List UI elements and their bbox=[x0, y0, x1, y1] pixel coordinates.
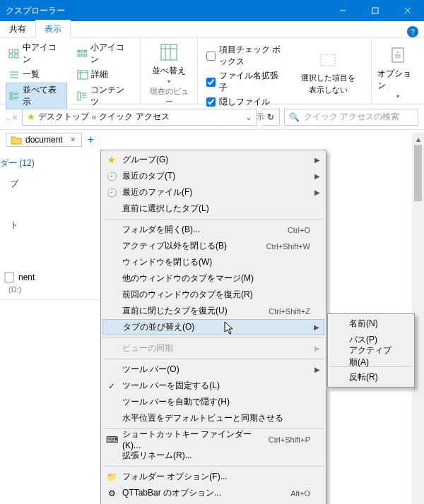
keyboard-icon: ⌨ bbox=[106, 435, 117, 445]
checkbox-file-ext[interactable] bbox=[206, 78, 216, 87]
checkbox-hidden[interactable] bbox=[206, 97, 216, 107]
submenu-arrow-icon: ▶ bbox=[314, 344, 320, 352]
svg-rect-20 bbox=[10, 92, 13, 95]
submenu-name[interactable]: 名前(N) bbox=[329, 316, 413, 332]
submenu-arrow-icon: ▶ bbox=[314, 323, 319, 331]
file-icon bbox=[4, 272, 14, 283]
left-column: ダー (12) プ ト nent (D:) bbox=[0, 155, 99, 306]
menu-close-window[interactable]: ウィンドウを閉じる(W) bbox=[102, 254, 324, 270]
svg-rect-4 bbox=[9, 49, 13, 53]
minimize-button[interactable] bbox=[326, 0, 359, 21]
group-current-view: 並べ替え ▾ 現在のビュー bbox=[141, 38, 198, 104]
menu-recent-files[interactable]: 🕘最近のファイル(F)▶ bbox=[102, 184, 324, 200]
check-file-ext[interactable]: ファイル名拡張子 bbox=[206, 70, 281, 94]
menu-reorder-tabs[interactable]: タブの並び替え(O)▶ bbox=[102, 319, 324, 335]
layout-details[interactable]: 詳細 bbox=[74, 68, 134, 81]
menu-shortcut-finder[interactable]: ⌨ショートカットキー ファインダー(K)...Ctrl+Shift+P bbox=[102, 431, 324, 448]
layout-medium-icons[interactable]: 中アイコン bbox=[6, 41, 67, 66]
menu-view-sync: ビューの同期▶ bbox=[102, 340, 324, 356]
address-row: .. « ★ デスクトップ « クイック アクセス ⌄ ↻ 🔍 クイック アクセ… bbox=[0, 104, 424, 130]
menu-separator bbox=[103, 359, 324, 359]
menu-group[interactable]: ★グループ(G)▶ bbox=[102, 152, 324, 168]
menu-restore-prev[interactable]: 前回のウィンドウのタブを復元(R) bbox=[102, 287, 324, 303]
options-icon bbox=[387, 44, 409, 66]
tab-close-icon[interactable]: × bbox=[66, 135, 76, 145]
group-show-hide: 項目チェック ボックス ファイル名拡張子 隠しファイル 表示/非表示 選択した項… bbox=[198, 38, 372, 104]
menu-ext-rename[interactable]: 拡張リネーム(R)... bbox=[102, 448, 324, 464]
address-desktop[interactable]: デスクトップ bbox=[38, 111, 89, 123]
sidebar-documents[interactable]: ト bbox=[0, 217, 99, 234]
svg-rect-13 bbox=[85, 54, 87, 56]
menu-sync-horiz[interactable]: 水平位置をデフォルトビューと同期させる bbox=[102, 410, 324, 426]
group-layout: 中アイコン 小アイコン 一覧 詳細 並べて表示 コンテンツ レイアウト bbox=[0, 38, 141, 104]
scroll-up-icon[interactable]: ▴ bbox=[412, 133, 424, 145]
menu-merge[interactable]: 他のウィンドウのタブをマージ(M) bbox=[102, 270, 324, 287]
layout-tiles[interactable]: 並べて表示 bbox=[6, 83, 67, 109]
sort-label[interactable]: 並べ替え bbox=[152, 65, 186, 77]
menu-recent-tabs[interactable]: 🕘最近のタブ(T)▶ bbox=[102, 168, 324, 184]
help-icon[interactable]: ? bbox=[407, 26, 418, 37]
menu-qttab-options[interactable]: ⚙QTTabBar のオプション...Alt+O bbox=[102, 485, 324, 501]
svg-rect-6 bbox=[9, 54, 13, 58]
menu-separator bbox=[103, 337, 324, 338]
sidebar-file-loc: (D:) bbox=[0, 285, 99, 294]
refresh-button[interactable]: ↻ bbox=[261, 109, 280, 126]
submenu-arrow-icon: ▶ bbox=[314, 172, 320, 180]
options-dropdown-icon[interactable]: ▾ bbox=[396, 93, 399, 100]
sort-icon[interactable] bbox=[158, 41, 180, 64]
sidebar-desktop[interactable]: プ bbox=[0, 175, 99, 193]
check-hidden[interactable]: 隠しファイル bbox=[206, 96, 281, 108]
sort-dropdown-icon[interactable]: ▾ bbox=[167, 78, 170, 85]
menu-auto-hide-toolbar[interactable]: ツール バーを自動で隠す(H) bbox=[102, 394, 324, 410]
menu-open-folder[interactable]: フォルダを開く(B)...Ctrl+O bbox=[102, 222, 324, 238]
svg-rect-39 bbox=[5, 272, 13, 282]
svg-rect-1 bbox=[372, 8, 378, 13]
submenu-active-order[interactable]: アクティブ順(A) bbox=[329, 348, 413, 364]
hide-selected-button[interactable]: 選択した項目を 表示しない bbox=[290, 41, 365, 102]
options-button[interactable]: オプション ▾ bbox=[377, 41, 418, 102]
checkbox-item-boxes[interactable] bbox=[206, 52, 216, 61]
close-button[interactable] bbox=[391, 0, 424, 21]
address-dropdown-icon[interactable]: ⌄ bbox=[245, 112, 252, 122]
menu-close-others[interactable]: アクティブ以外を閉じる(B)Ctrl+Shift+W bbox=[102, 238, 324, 254]
menu-restore-closed[interactable]: 直前に閉じたタブを復元(U)Ctrl+Shift+Z bbox=[102, 303, 324, 319]
sidebar-file[interactable]: nent bbox=[0, 270, 99, 285]
tab-view[interactable]: 表示 bbox=[35, 20, 71, 38]
menu-last-selected[interactable]: 直前に選択したタブ(L) bbox=[102, 200, 324, 217]
search-icon: 🔍 bbox=[289, 112, 300, 122]
submenu-reorder: 名前(N) パス(P) アクティブ順(A) 反転(R) bbox=[327, 313, 415, 388]
svg-rect-30 bbox=[161, 44, 177, 60]
layout-small-icons[interactable]: 小アイコン bbox=[74, 41, 134, 66]
address-bar[interactable]: ★ デスクトップ « クイック アクセス ⌄ bbox=[22, 109, 257, 126]
menu-toolbar[interactable]: ツール バー(O)▶ bbox=[102, 361, 324, 378]
ribbon-tabs: 共有 表示 ? bbox=[0, 21, 424, 38]
svg-rect-7 bbox=[15, 54, 18, 58]
submenu-reverse[interactable]: 反転(R) bbox=[329, 369, 413, 385]
tab-share[interactable]: 共有 bbox=[0, 20, 35, 38]
group-label-current-view: 現在のビュー bbox=[146, 85, 192, 107]
window-controls bbox=[326, 0, 424, 21]
new-tab-button[interactable]: + bbox=[88, 133, 94, 146]
menu-lock-toolbar[interactable]: ✓ツール バーを固定する(L) bbox=[102, 378, 324, 394]
check-item-boxes[interactable]: 項目チェック ボックス bbox=[206, 44, 281, 68]
svg-rect-34 bbox=[321, 54, 335, 66]
divider bbox=[0, 299, 99, 300]
layout-list[interactable]: 一覧 bbox=[6, 68, 67, 81]
address-quick-access[interactable]: クイック アクセス bbox=[99, 111, 169, 123]
search-box[interactable]: 🔍 クイック アクセスの検索 bbox=[284, 109, 418, 126]
scroll-thumb[interactable] bbox=[414, 145, 422, 201]
folder-icon bbox=[11, 135, 22, 145]
svg-point-36 bbox=[397, 52, 399, 53]
menu-help[interactable]: ❔ヘルプ(H) bbox=[102, 501, 324, 504]
context-menu: ★グループ(G)▶ 🕘最近のタブ(T)▶ 🕘最近のファイル(F)▶ 直前に選択し… bbox=[100, 150, 326, 504]
file-tab-document[interactable]: document × bbox=[6, 133, 82, 147]
maximize-button[interactable] bbox=[359, 0, 391, 21]
check-icon: ✓ bbox=[106, 381, 117, 391]
layout-content[interactable]: コンテンツ bbox=[74, 83, 134, 109]
ribbon: 中アイコン 小アイコン 一覧 詳細 並べて表示 コンテンツ レイアウト 並べ替え… bbox=[0, 38, 424, 104]
menu-folder-options[interactable]: 📁フォルダー オプション(F)... bbox=[102, 469, 324, 485]
hide-selected-icon bbox=[317, 49, 339, 71]
gear-icon: ⚙ bbox=[106, 488, 117, 498]
folder-header: ダー (12) bbox=[0, 155, 99, 175]
svg-rect-11 bbox=[78, 54, 80, 56]
